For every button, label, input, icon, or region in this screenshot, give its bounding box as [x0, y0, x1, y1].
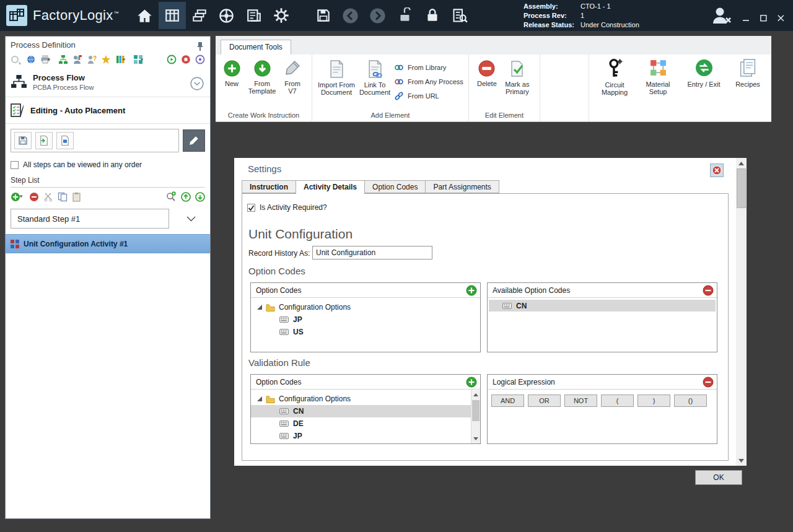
- add-validation-code-button[interactable]: [466, 377, 477, 388]
- back-button[interactable]: [337, 2, 364, 29]
- close-paren-button[interactable]: ): [637, 395, 670, 407]
- tree-node-option[interactable]: JP: [251, 430, 471, 442]
- process-map-icon[interactable]: [58, 55, 68, 64]
- categories-icon[interactable]: [133, 55, 147, 64]
- tab-instruction[interactable]: Instruction: [242, 180, 296, 193]
- add-option-code-button[interactable]: [466, 285, 477, 296]
- news-button[interactable]: [240, 2, 268, 29]
- settings-button[interactable]: [268, 2, 295, 29]
- circuit-mapping-button[interactable]: Circuit Mapping: [595, 58, 634, 96]
- scroll-down-button[interactable]: [736, 455, 747, 466]
- ok-button[interactable]: OK: [695, 470, 742, 485]
- start-icon[interactable]: [167, 55, 177, 64]
- move-down-button[interactable]: [195, 192, 205, 202]
- stop-icon[interactable]: [181, 55, 191, 64]
- tree-node-option[interactable]: DE: [251, 417, 471, 430]
- from-url-button[interactable]: From URL: [394, 90, 463, 102]
- scroll-down-button[interactable]: [471, 434, 480, 443]
- import-instruction-button[interactable]: [35, 132, 53, 149]
- is-activity-required-checkbox[interactable]: [247, 204, 255, 212]
- from-v7-button[interactable]: From V7: [279, 60, 305, 95]
- from-library-button[interactable]: From Library: [394, 61, 463, 73]
- mark-as-primary-button[interactable]: Mark as Primary: [500, 60, 535, 95]
- copy-icon[interactable]: [58, 192, 68, 202]
- home-button[interactable]: [131, 2, 159, 29]
- chevron-down-icon[interactable]: [186, 216, 196, 222]
- minimize-button[interactable]: [743, 15, 750, 22]
- tree-node-root[interactable]: Configuration Options: [251, 301, 480, 313]
- maximize-button[interactable]: [760, 15, 767, 22]
- order-checkbox-row[interactable]: All steps can be viewed in any order: [11, 160, 205, 169]
- import-from-document-button[interactable]: Import From Document: [317, 60, 356, 96]
- scroll-up-button[interactable]: [736, 158, 747, 168]
- validation-tree-scrollbar[interactable]: [471, 390, 480, 443]
- tree-node-option[interactable]: JP: [251, 313, 480, 326]
- and-button[interactable]: AND: [491, 395, 524, 407]
- tab-part-assignments[interactable]: Part Assignments: [425, 180, 499, 193]
- materials-button[interactable]: [186, 2, 213, 29]
- collapse-circle-icon[interactable]: [190, 77, 204, 90]
- from-template-button[interactable]: From Template: [245, 60, 279, 95]
- recipes-button[interactable]: Recipes: [730, 58, 765, 88]
- forward-button[interactable]: [364, 2, 392, 29]
- save-button[interactable]: [310, 2, 337, 29]
- user-help-icon[interactable]: ?: [87, 55, 97, 64]
- tab-activity-details[interactable]: Activity Details: [296, 180, 365, 194]
- scroll-thumb[interactable]: [737, 168, 746, 208]
- unlock-button[interactable]: [392, 2, 419, 29]
- tree-node-root[interactable]: Configuration Options: [251, 393, 471, 405]
- expander-icon[interactable]: [257, 305, 262, 310]
- move-up-button[interactable]: [181, 192, 191, 202]
- available-option-row[interactable]: CN: [489, 300, 716, 312]
- edit-mode-button[interactable]: [183, 129, 205, 152]
- not-button[interactable]: NOT: [564, 395, 597, 407]
- record-history-input[interactable]: [312, 246, 432, 259]
- from-any-process-button[interactable]: From Any Process: [394, 76, 463, 87]
- print-icon[interactable]: [40, 55, 54, 64]
- entry-exit-button[interactable]: Entry / Exit: [682, 58, 725, 88]
- remove-expression-button[interactable]: [703, 377, 714, 388]
- lock-button[interactable]: [419, 2, 446, 29]
- web-link-icon[interactable]: [26, 55, 36, 64]
- star-icon[interactable]: [101, 55, 111, 64]
- is-activity-required-row[interactable]: Is Activity Required?: [247, 203, 327, 212]
- tab-document-tools[interactable]: Document Tools: [221, 40, 291, 55]
- delete-button[interactable]: Delete: [474, 60, 500, 87]
- undo-icon[interactable]: [11, 55, 22, 64]
- pin-icon[interactable]: [196, 41, 204, 51]
- audit-button[interactable]: [446, 2, 473, 29]
- dialog-close-button[interactable]: [710, 164, 724, 177]
- close-button[interactable]: [778, 15, 784, 22]
- save-instruction-button[interactable]: [14, 132, 32, 149]
- tree-node-option[interactable]: US: [251, 326, 480, 338]
- new-button[interactable]: New: [219, 60, 245, 87]
- expander-icon[interactable]: [257, 396, 262, 401]
- paren-pair-button[interactable]: (): [674, 395, 707, 407]
- remove-step-button[interactable]: [29, 192, 39, 202]
- paste-icon[interactable]: [72, 192, 82, 202]
- add-step-button[interactable]: [11, 192, 25, 202]
- tab-option-codes[interactable]: Option Codes: [364, 180, 426, 193]
- link-to-document-button[interactable]: Link To Document: [356, 60, 394, 96]
- work-instructions-button[interactable]: [159, 2, 186, 29]
- or-button[interactable]: OR: [528, 395, 561, 407]
- library-icon[interactable]: [115, 55, 129, 64]
- scroll-thumb[interactable]: [472, 400, 480, 421]
- dialog-scrollbar[interactable]: [736, 158, 747, 466]
- tree-node-option-selected[interactable]: CN: [251, 405, 471, 417]
- process-flow-row[interactable]: Process Flow PCBA Process Flow: [6, 69, 210, 97]
- user-button[interactable]: [710, 6, 732, 27]
- cut-icon[interactable]: [43, 192, 53, 202]
- find-step-button[interactable]: [166, 191, 177, 202]
- status-icon[interactable]: [195, 55, 205, 64]
- scroll-up-button[interactable]: [471, 390, 480, 399]
- navigator-button[interactable]: [213, 2, 240, 29]
- template-instruction-button[interactable]: [56, 132, 74, 149]
- team-flag-icon[interactable]: [72, 55, 82, 64]
- open-paren-button[interactable]: (: [601, 395, 634, 407]
- order-checkbox[interactable]: [11, 161, 19, 169]
- material-setup-button[interactable]: Material Setup: [639, 58, 677, 95]
- activity-list-item[interactable]: Unit Configuration Activity #1: [6, 234, 210, 253]
- remove-option-code-button[interactable]: [703, 285, 714, 296]
- step-selector[interactable]: Standard Step #1: [11, 209, 169, 229]
